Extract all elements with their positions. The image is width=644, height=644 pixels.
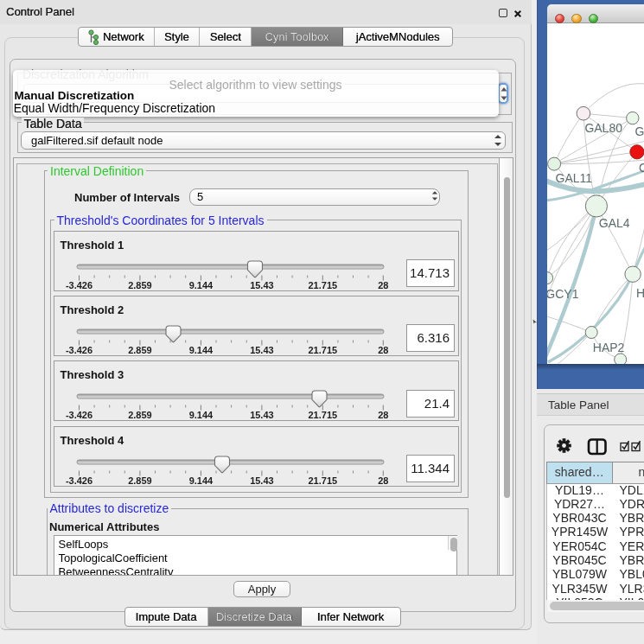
svg-text:HAP2: HAP2: [593, 341, 625, 354]
svg-text:9.144: 9.144: [189, 344, 214, 354]
svg-text:9.144: 9.144: [189, 279, 214, 290]
svg-text:2.859: 2.859: [128, 279, 152, 290]
svg-text:H: H: [636, 286, 644, 300]
svg-text:GAL11: GAL11: [556, 171, 593, 185]
svg-text:28: 28: [378, 410, 388, 420]
svg-text:GCY1: GCY1: [547, 287, 579, 301]
svg-text:28: 28: [378, 279, 388, 290]
svg-text:28: 28: [378, 475, 388, 485]
svg-text:GAL80: GAL80: [584, 121, 622, 135]
svg-text:-3.426: -3.426: [66, 344, 92, 354]
svg-text:21.715: 21.715: [308, 475, 337, 485]
svg-text:2.859: 2.859: [128, 344, 152, 354]
svg-text:GAL4: GAL4: [599, 216, 630, 230]
svg-text:G.: G.: [635, 124, 644, 138]
svg-text:-3.426: -3.426: [66, 475, 92, 485]
svg-text:2.859: 2.859: [128, 475, 152, 485]
svg-text:9.144: 9.144: [189, 475, 214, 485]
svg-text:28: 28: [378, 344, 388, 354]
svg-text:21.715: 21.715: [308, 279, 337, 290]
svg-text:9.144: 9.144: [189, 410, 214, 420]
svg-text:15.43: 15.43: [250, 475, 274, 485]
svg-text:21.715: 21.715: [308, 410, 337, 420]
svg-text:15.43: 15.43: [250, 344, 274, 354]
svg-text:C: C: [639, 161, 644, 175]
svg-text:-3.426: -3.426: [66, 279, 92, 290]
svg-text:15.43: 15.43: [250, 410, 274, 420]
svg-text:2.859: 2.859: [128, 410, 152, 420]
svg-text:15.43: 15.43: [250, 279, 274, 290]
svg-text:-3.426: -3.426: [66, 410, 92, 420]
svg-text:21.715: 21.715: [308, 344, 337, 354]
